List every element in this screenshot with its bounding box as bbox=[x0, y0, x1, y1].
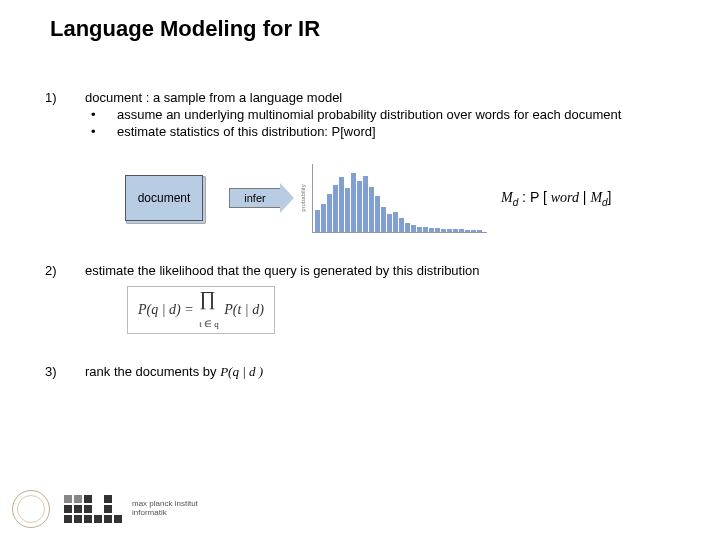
arrow-label: infer bbox=[229, 188, 280, 208]
list-item: 1) document : a sample from a language m… bbox=[45, 90, 690, 241]
chart-bar bbox=[441, 229, 446, 232]
chart-bar bbox=[471, 230, 476, 232]
mpi-logo-block: max planck institut informatik bbox=[64, 495, 198, 523]
bullet-icon: • bbox=[85, 124, 117, 139]
document-icon: document bbox=[125, 175, 203, 221]
item-text: estimate the likelihood that the query i… bbox=[85, 263, 690, 278]
item-body: document : a sample from a language mode… bbox=[85, 90, 690, 241]
chart-bar bbox=[459, 229, 464, 231]
list-item: 3) rank the documents by P(q | d ) bbox=[45, 364, 690, 380]
item-text-prefix: rank the documents by bbox=[85, 364, 220, 379]
chart-bar bbox=[435, 228, 440, 231]
formula-box: P(q | d) = ∏t ∈ q P(t | d) bbox=[127, 286, 275, 334]
chart-bar bbox=[375, 196, 380, 232]
chart-bar bbox=[405, 223, 410, 232]
chart-bar bbox=[351, 173, 356, 232]
mpi-logo-icon bbox=[64, 495, 122, 523]
chart-bar bbox=[381, 207, 386, 232]
chart-bar bbox=[423, 227, 428, 231]
chart-bar bbox=[315, 210, 320, 232]
chart-bar bbox=[447, 229, 452, 231]
item-body: rank the documents by P(q | d ) bbox=[85, 364, 690, 380]
chart-bar bbox=[429, 228, 434, 232]
chart-bar bbox=[357, 181, 362, 232]
formula: P(q | d) = ∏t ∈ q P(t | d) bbox=[127, 286, 690, 334]
item-number: 2) bbox=[45, 263, 85, 334]
bullet-icon: • bbox=[85, 107, 117, 122]
chart-bar bbox=[477, 230, 482, 232]
chart-bar bbox=[453, 229, 458, 231]
slide: Language Modeling for IR 1) document : a… bbox=[0, 0, 720, 540]
chart-bar bbox=[369, 187, 374, 232]
chart-bar bbox=[345, 188, 350, 231]
arrow-head-icon bbox=[280, 183, 294, 213]
diagram-row: document infer Md : P [ word | Md] bbox=[125, 163, 690, 233]
chart-bar bbox=[327, 194, 332, 231]
item-number: 3) bbox=[45, 364, 85, 380]
chart-bar bbox=[393, 212, 398, 232]
seal-icon bbox=[12, 490, 50, 528]
sub-text: estimate statistics of this distribution… bbox=[117, 124, 376, 139]
item-body: estimate the likelihood that the query i… bbox=[85, 263, 690, 334]
list-item: 2) estimate the likelihood that the quer… bbox=[45, 263, 690, 334]
item-text: document : a sample from a language mode… bbox=[85, 90, 690, 105]
page-title: Language Modeling for IR bbox=[50, 16, 320, 42]
chart-bar bbox=[333, 185, 338, 232]
sub-text: assume an underlying multinomial probabi… bbox=[117, 107, 621, 122]
chart-bar bbox=[417, 227, 422, 232]
chart-bar bbox=[399, 218, 404, 232]
chart-bar bbox=[321, 204, 326, 232]
sub-item: • estimate statistics of this distributi… bbox=[85, 124, 690, 139]
chart-bar bbox=[387, 214, 392, 231]
sub-item: • assume an underlying multinomial proba… bbox=[85, 107, 690, 122]
content-area: 1) document : a sample from a language m… bbox=[45, 90, 690, 402]
footer: max planck institut informatik bbox=[12, 490, 198, 528]
model-notation: Md : P [ word | Md] bbox=[501, 189, 612, 208]
distribution-chart bbox=[312, 164, 487, 233]
chart-bar bbox=[339, 177, 344, 232]
infer-arrow: infer bbox=[229, 183, 294, 213]
item-number: 1) bbox=[45, 90, 85, 241]
mpi-text: max planck institut informatik bbox=[132, 500, 198, 518]
chart-bar bbox=[363, 176, 368, 232]
chart-bar bbox=[465, 230, 470, 232]
item-text-formula: P(q | d ) bbox=[220, 364, 263, 379]
chart-bar bbox=[411, 225, 416, 231]
